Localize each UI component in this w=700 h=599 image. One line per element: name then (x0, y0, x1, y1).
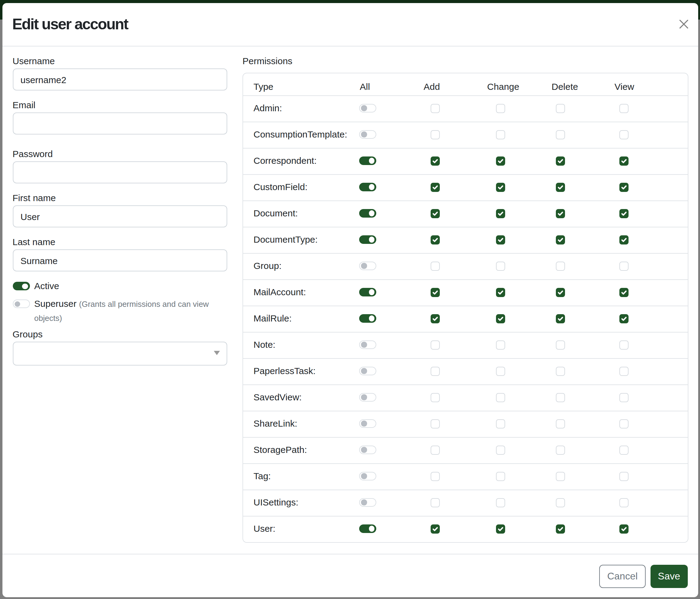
last-name-input[interactable] (12, 249, 227, 271)
toggle-all[interactable] (359, 419, 376, 428)
checkbox-delete[interactable] (556, 366, 565, 376)
password-input[interactable] (12, 161, 227, 183)
toggle-all[interactable] (359, 498, 376, 507)
checkbox-change[interactable] (496, 183, 505, 192)
checkbox-change[interactable] (496, 366, 505, 376)
checkbox-view[interactable] (619, 183, 628, 192)
save-button[interactable]: Save (651, 565, 688, 588)
checkbox-view[interactable] (619, 340, 628, 349)
checkbox-add[interactable] (431, 156, 440, 165)
checkbox-delete[interactable] (556, 393, 565, 402)
username-input[interactable] (12, 69, 227, 91)
toggle-all[interactable] (359, 235, 376, 244)
checkbox-view[interactable] (619, 419, 628, 428)
checkbox-change[interactable] (496, 288, 505, 297)
checkbox-delete[interactable] (556, 103, 565, 113)
groups-select[interactable] (12, 342, 227, 365)
toggle-all[interactable] (359, 524, 376, 533)
permission-row-savedview: SavedView: (243, 384, 688, 411)
checkbox-change[interactable] (496, 340, 505, 349)
checkbox-change[interactable] (496, 130, 505, 139)
checkbox-delete[interactable] (556, 156, 565, 165)
checkbox-view[interactable] (619, 366, 628, 376)
checkbox-delete[interactable] (556, 235, 565, 244)
checkbox-change[interactable] (496, 524, 505, 533)
active-switch[interactable] (12, 282, 30, 290)
checkbox-delete[interactable] (556, 209, 565, 218)
checkbox-delete[interactable] (556, 288, 565, 297)
checkbox-change[interactable] (496, 103, 505, 113)
checkbox-view[interactable] (619, 156, 628, 165)
checkbox-add[interactable] (431, 472, 440, 481)
checkbox-change[interactable] (496, 498, 505, 507)
toggle-all[interactable] (359, 393, 376, 402)
superuser-switch[interactable] (12, 300, 30, 308)
toggle-all[interactable] (359, 262, 376, 270)
checkbox-add[interactable] (431, 314, 440, 323)
checkbox-view[interactable] (619, 498, 628, 507)
checkbox-add[interactable] (431, 288, 440, 297)
checkbox-change[interactable] (496, 445, 505, 454)
toggle-all[interactable] (359, 340, 376, 349)
checkbox-delete[interactable] (556, 130, 565, 139)
checkbox-add[interactable] (431, 340, 440, 349)
permission-row-mailrule: MailRule: (243, 306, 688, 332)
toggle-all[interactable] (359, 446, 376, 454)
checkbox-add[interactable] (431, 445, 440, 454)
toggle-all[interactable] (359, 183, 376, 191)
checkbox-change[interactable] (496, 156, 505, 165)
checkbox-change[interactable] (496, 209, 505, 218)
checkbox-delete[interactable] (556, 498, 565, 507)
toggle-all[interactable] (359, 157, 376, 165)
toggle-all[interactable] (359, 104, 376, 113)
checkbox-add[interactable] (431, 498, 440, 507)
checkbox-view[interactable] (619, 288, 628, 297)
first-name-input[interactable] (12, 206, 227, 227)
checkbox-view[interactable] (619, 314, 628, 323)
checkbox-view[interactable] (619, 524, 628, 533)
checkbox-view[interactable] (619, 235, 628, 244)
permission-row-customfield: CustomField: (243, 174, 688, 200)
checkbox-delete[interactable] (556, 445, 565, 454)
checkbox-change[interactable] (496, 472, 505, 481)
checkbox-add[interactable] (431, 419, 440, 428)
checkbox-view[interactable] (619, 103, 628, 113)
checkbox-delete[interactable] (556, 472, 565, 481)
checkbox-add[interactable] (431, 393, 440, 402)
toggle-all[interactable] (359, 130, 376, 139)
checkbox-view[interactable] (619, 261, 628, 270)
checkbox-add[interactable] (431, 183, 440, 192)
col-header-all: All (360, 81, 370, 92)
checkbox-add[interactable] (431, 235, 440, 244)
checkbox-view[interactable] (619, 445, 628, 454)
close-button[interactable] (679, 19, 688, 28)
checkbox-view[interactable] (619, 130, 628, 139)
checkbox-view[interactable] (619, 472, 628, 481)
checkbox-delete[interactable] (556, 340, 565, 349)
cancel-button[interactable]: Cancel (599, 565, 646, 588)
toggle-all[interactable] (359, 288, 376, 296)
checkbox-change[interactable] (496, 261, 505, 270)
email-input[interactable] (12, 113, 227, 135)
checkbox-change[interactable] (496, 235, 505, 244)
toggle-all[interactable] (359, 472, 376, 480)
checkbox-add[interactable] (431, 524, 440, 533)
checkbox-delete[interactable] (556, 314, 565, 323)
checkbox-view[interactable] (619, 393, 628, 402)
toggle-all[interactable] (359, 209, 376, 218)
checkbox-change[interactable] (496, 393, 505, 402)
toggle-all[interactable] (359, 314, 376, 323)
checkbox-add[interactable] (431, 103, 440, 113)
toggle-all[interactable] (359, 367, 376, 375)
checkbox-delete[interactable] (556, 183, 565, 192)
checkbox-add[interactable] (431, 366, 440, 376)
checkbox-add[interactable] (431, 130, 440, 139)
checkbox-add[interactable] (431, 261, 440, 270)
checkbox-view[interactable] (619, 209, 628, 218)
checkbox-delete[interactable] (556, 419, 565, 428)
checkbox-add[interactable] (431, 209, 440, 218)
checkbox-delete[interactable] (556, 261, 565, 270)
checkbox-change[interactable] (496, 419, 505, 428)
checkbox-change[interactable] (496, 314, 505, 323)
checkbox-delete[interactable] (556, 524, 565, 533)
